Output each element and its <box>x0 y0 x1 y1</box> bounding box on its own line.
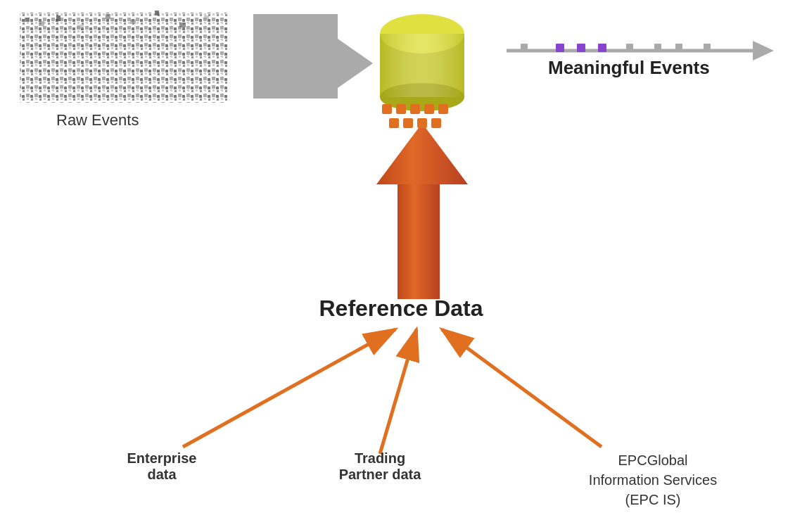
svg-rect-0 <box>380 34 464 97</box>
svg-rect-8 <box>577 44 585 52</box>
svg-rect-42 <box>179 23 186 27</box>
svg-marker-15 <box>376 123 468 184</box>
svg-rect-13 <box>704 44 711 51</box>
svg-line-26 <box>183 329 395 447</box>
svg-rect-38 <box>77 25 84 29</box>
svg-rect-3 <box>380 34 464 97</box>
svg-rect-10 <box>626 44 633 51</box>
svg-rect-41 <box>155 11 159 15</box>
svg-rect-43 <box>204 15 209 20</box>
svg-point-2 <box>380 83 464 111</box>
trading-partner-label: TradingPartner data <box>324 450 436 483</box>
svg-rect-19 <box>431 118 441 128</box>
svg-rect-6 <box>521 44 528 51</box>
svg-rect-24 <box>438 104 448 114</box>
svg-rect-40 <box>130 20 136 24</box>
svg-rect-14 <box>398 183 440 299</box>
svg-rect-22 <box>410 104 420 114</box>
svg-rect-35 <box>25 18 30 22</box>
svg-rect-18 <box>417 118 427 128</box>
svg-rect-21 <box>396 104 406 114</box>
svg-rect-37 <box>56 15 61 21</box>
epcglobal-label: EPCGlobalInformation Services(EPC IS) <box>544 450 762 509</box>
gray-right-arrow <box>253 14 373 99</box>
svg-rect-23 <box>424 104 434 114</box>
svg-rect-7 <box>556 44 564 52</box>
svg-rect-17 <box>403 118 413 128</box>
reference-data-label: Reference Data <box>303 296 500 322</box>
raw-events-label: Raw Events <box>56 111 139 129</box>
enterprise-data-label: Enterprisedata <box>106 450 218 483</box>
svg-point-1 <box>380 14 464 53</box>
svg-rect-36 <box>39 21 44 26</box>
svg-rect-39 <box>106 14 110 19</box>
svg-marker-5 <box>753 41 774 61</box>
svg-rect-12 <box>675 44 682 51</box>
svg-rect-34 <box>20 13 227 103</box>
svg-rect-9 <box>598 44 606 52</box>
svg-rect-16 <box>389 118 399 128</box>
meaningful-events-label: Meaningful Events <box>548 57 720 79</box>
svg-line-27 <box>380 329 416 454</box>
svg-rect-20 <box>382 104 392 114</box>
main-diagram: Raw Events Meaningful Events Reference D… <box>0 0 795 532</box>
svg-line-28 <box>442 329 602 447</box>
svg-rect-11 <box>654 44 661 51</box>
